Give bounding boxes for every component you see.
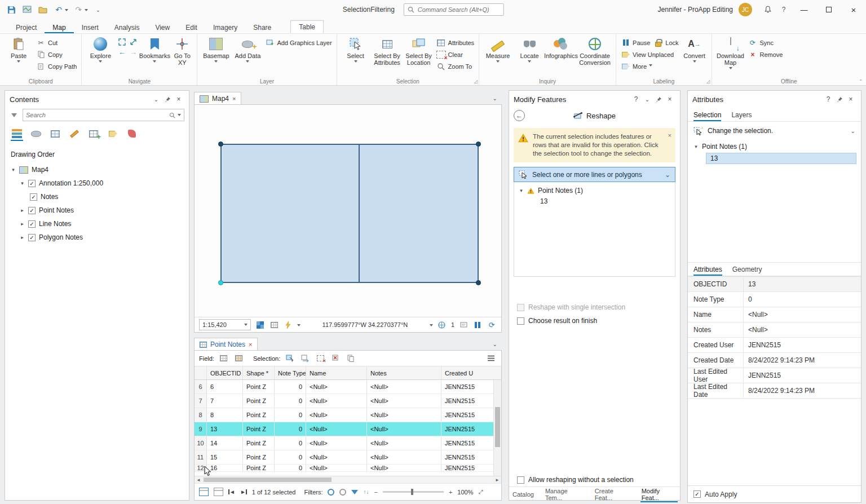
contents-menu-chevron-icon[interactable]: ⌄ xyxy=(151,94,162,105)
tree-item-line-notes[interactable]: ▸ Line Notes xyxy=(5,217,189,231)
cell-note-type[interactable]: 0 xyxy=(275,394,306,408)
convert-labels-button[interactable]: A→ Convert xyxy=(681,36,709,64)
expand-icon[interactable]: ▾ xyxy=(11,167,16,173)
reshape-single-intersection-option[interactable]: Reshape with single intersection xyxy=(509,300,680,314)
dock-tab-manage-templates[interactable]: Manage Tem... xyxy=(544,485,585,502)
zoom-percent[interactable]: 100% xyxy=(457,489,473,496)
add-field-icon[interactable] xyxy=(218,353,229,364)
field-value[interactable]: 0 xyxy=(743,292,861,307)
annotation-checkbox[interactable] xyxy=(28,180,36,187)
modify-close-icon[interactable]: × xyxy=(664,94,675,105)
bookmarks-button[interactable]: Bookmarks xyxy=(139,36,170,64)
selection-tool-caret-icon[interactable]: ⌄ xyxy=(665,171,670,179)
cell-created-user[interactable]: JENN2515 xyxy=(441,450,493,464)
remove-button[interactable]: × Remove xyxy=(746,48,785,60)
filter-funnel-icon[interactable] xyxy=(351,490,358,494)
tab-analysis[interactable]: Analysis xyxy=(107,21,148,33)
measure-button[interactable]: Measure xyxy=(482,36,514,64)
vertex-bottom-left-active[interactable] xyxy=(218,280,223,285)
basemap-button[interactable]: Basemap xyxy=(200,36,232,64)
allow-reshaping-checkbox[interactable] xyxy=(517,476,524,484)
table-row[interactable]: 10 14 Point Z 0 <Null> <Null> JENN2515 xyxy=(195,436,493,450)
single-intersection-checkbox[interactable] xyxy=(517,304,524,311)
map-scale-combo[interactable]: 1:15,420 xyxy=(199,319,251,330)
row-number[interactable]: 9 xyxy=(195,422,207,436)
dock-tab-modify-features[interactable]: Modify Feat... xyxy=(640,485,678,502)
add-data-button[interactable]: + Add Data xyxy=(232,36,263,64)
table-row[interactable]: 11 15 Point Z 0 <Null> <Null> JENN2515 xyxy=(195,450,493,465)
vertex-bottom-right[interactable] xyxy=(476,280,481,285)
expand-table-icon[interactable]: ⤢ xyxy=(479,489,483,496)
tab-table-contextual[interactable]: Table xyxy=(290,20,324,33)
cell-created-user[interactable]: JENN2515 xyxy=(441,380,493,394)
clear-selection-table-icon[interactable]: × xyxy=(315,353,326,364)
paste-button[interactable]: Paste xyxy=(3,36,34,64)
auto-apply-row[interactable]: Auto Apply xyxy=(688,485,861,502)
maximize-button[interactable] xyxy=(816,0,841,19)
command-search[interactable] xyxy=(404,3,504,16)
cell-created-user[interactable]: JENN2515 xyxy=(441,408,493,422)
list-by-selection-icon[interactable] xyxy=(49,127,61,140)
modify-menu-chevron-icon[interactable]: ⌄ xyxy=(642,94,653,105)
refresh-icon[interactable]: ⟳ xyxy=(487,320,497,330)
selected-polygon[interactable] xyxy=(220,144,479,283)
cell-notes[interactable]: <Null> xyxy=(367,408,441,422)
cell-name[interactable]: <Null> xyxy=(306,436,367,450)
next-record-icon[interactable]: ► xyxy=(240,489,247,495)
contents-search-box[interactable] xyxy=(23,109,184,121)
avatar[interactable]: JC xyxy=(739,3,752,16)
modify-pin-icon[interactable] xyxy=(653,94,664,105)
cell-notes[interactable]: <Null> xyxy=(367,380,441,394)
copy-path-button[interactable]: Copy Path xyxy=(34,60,78,72)
cell-objectid[interactable]: 13 xyxy=(207,422,243,436)
cell-created-user[interactable]: JENN2515 xyxy=(441,436,493,450)
contents-search-input[interactable] xyxy=(26,112,167,118)
selection-tool-row[interactable]: Select one or more lines or polygons ⌄ xyxy=(514,167,675,182)
cell-name[interactable]: <Null> xyxy=(306,465,367,471)
previous-extent-icon[interactable]: ← xyxy=(117,47,127,56)
cell-created-user[interactable]: JENN2515 xyxy=(441,465,493,471)
zoom-slider[interactable] xyxy=(383,491,444,493)
clear-selection-button[interactable]: × Clear xyxy=(435,48,476,60)
cell-objectid[interactable]: 8 xyxy=(207,408,243,422)
select-all-icon[interactable] xyxy=(284,353,295,364)
cell-shape[interactable]: Point Z xyxy=(243,422,275,436)
view-unplaced-button[interactable]: View Unplaced xyxy=(619,48,680,60)
dock-tab-catalog[interactable]: Catalog xyxy=(511,489,535,499)
cut-button[interactable]: ✂ Cut xyxy=(34,37,78,48)
add-graphics-layer-button[interactable]: + Add Graphics Layer xyxy=(263,37,333,48)
cell-note-type[interactable]: 0 xyxy=(275,465,306,471)
save-project-icon[interactable] xyxy=(6,4,17,15)
table-view-tab[interactable]: Point Notes × xyxy=(194,338,258,350)
table-row[interactable]: 6 6 Point Z 0 <Null> <Null> JENN2515 xyxy=(195,380,493,394)
tree-item-map4[interactable]: ▾ Map4 xyxy=(5,163,189,176)
scroll-right-icon[interactable]: ► xyxy=(493,478,501,483)
scroll-left-icon[interactable]: ◄ xyxy=(195,478,202,483)
help-icon[interactable]: ? xyxy=(776,0,792,19)
tab-attributes-values[interactable]: Attributes xyxy=(693,266,722,276)
explore-button[interactable]: Explore xyxy=(85,36,116,64)
customize-qat-icon[interactable]: ⌄ xyxy=(92,4,104,15)
row-selector-header[interactable] xyxy=(195,366,207,379)
sync-button[interactable]: ⟳ Sync xyxy=(746,37,785,48)
cell-notes[interactable]: <Null> xyxy=(367,450,441,464)
col-note-type[interactable]: Note Type xyxy=(275,366,306,379)
attributes-help-icon[interactable]: ? xyxy=(823,94,834,105)
pause-drawing-icon[interactable] xyxy=(472,320,483,330)
cell-objectid[interactable]: 16 xyxy=(207,465,243,471)
collapse-icon[interactable]: ▸ xyxy=(20,221,25,227)
attr-tree-parent[interactable]: ▾ Point Notes (1) xyxy=(688,141,861,152)
contents-filter-icon[interactable] xyxy=(8,109,20,121)
tab-map[interactable]: Map xyxy=(45,21,73,33)
change-selection-row[interactable]: Change the selection. ⌄ xyxy=(688,122,861,140)
contents-close-icon[interactable]: × xyxy=(173,94,184,105)
tab-geometry[interactable]: Geometry xyxy=(732,266,762,276)
row-number[interactable]: 6 xyxy=(195,380,207,394)
expand-icon[interactable]: ▾ xyxy=(20,180,25,186)
select-by-attributes-button[interactable]: Select By Attributes xyxy=(372,36,403,66)
table-row-selected[interactable]: 9 13 Point Z 0 <Null> <Null> JENN2515 xyxy=(195,422,493,436)
table-horizontal-scrollbar[interactable]: ◄ ► xyxy=(195,476,501,483)
cell-name[interactable]: <Null> xyxy=(306,408,367,422)
field-value[interactable]: <Null> xyxy=(743,322,861,337)
row-number[interactable]: 8 xyxy=(195,408,207,422)
